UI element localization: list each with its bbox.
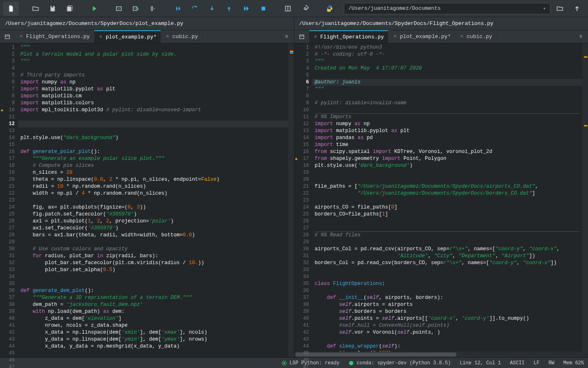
close-icon[interactable]: × <box>392 34 397 40</box>
preferences-button[interactable] <box>297 2 313 16</box>
svg-point-10 <box>349 361 354 365</box>
working-dir-text: /Users/juanitagomez/Documents <box>348 5 441 11</box>
main-toolbar: /Users/juanitagomez/Documents ▾ <box>0 0 588 17</box>
run-selection-button[interactable] <box>145 2 161 16</box>
code-editor-right[interactable]: 12345678910111213141516▲1718192021222324… <box>294 43 588 352</box>
status-cursor: Line 12, Col 1 <box>460 360 501 366</box>
save-all-button[interactable] <box>62 2 78 16</box>
file-path-text: /Users/juanitagomez/Documents/SpyderDocs… <box>5 20 183 27</box>
tab-plot-example[interactable]: ×plot_example.py* <box>94 30 161 43</box>
status-rw: RW <box>548 360 554 366</box>
maximize-pane-button[interactable] <box>280 2 296 16</box>
editor-pane-right: /Users/juanitagomez/Documents/SpyderDocs… <box>294 17 588 357</box>
svg-point-5 <box>304 7 306 9</box>
code-area[interactable]: """ Plot a terrain model and a polar plo… <box>18 43 288 357</box>
run-cell-button[interactable] <box>111 2 127 16</box>
status-lsp[interactable]: LSP Python: ready <box>281 360 339 366</box>
close-icon[interactable]: × <box>19 34 24 40</box>
line-gutter: 12345678910111213141516▲1718192021222324… <box>294 43 312 352</box>
save-button[interactable] <box>45 2 60 16</box>
tab-options-button[interactable]: ≡ <box>573 30 588 43</box>
tab-cubic[interactable]: ×cubic.py <box>161 30 202 43</box>
tab-flight-operations[interactable]: ×Flight_Operations.py <box>15 30 94 43</box>
run-button[interactable] <box>87 2 102 16</box>
tab-cubic[interactable]: ×cubic.py <box>455 30 497 43</box>
browse-dir-button[interactable] <box>552 2 568 16</box>
debug-stop-button[interactable] <box>256 2 271 16</box>
close-icon[interactable]: × <box>98 34 103 40</box>
open-file-button[interactable] <box>28 2 43 16</box>
tab-plot-example[interactable]: ×plot_example.py* <box>388 30 455 43</box>
scrollbar-horizontal[interactable] <box>294 352 588 357</box>
debug-step-out-button[interactable] <box>221 2 237 16</box>
editor-pane-left: /Users/juanitagomez/Documents/SpyderDocs… <box>0 17 294 357</box>
debug-button[interactable] <box>170 2 185 16</box>
svg-rect-0 <box>51 6 53 7</box>
debug-step-button[interactable] <box>187 2 203 16</box>
svg-rect-7 <box>299 35 304 38</box>
close-icon[interactable]: × <box>313 34 318 40</box>
parent-dir-button[interactable] <box>569 2 585 16</box>
tab-options-button[interactable]: ≡ <box>279 30 294 43</box>
svg-rect-3 <box>262 7 265 10</box>
working-dir-input[interactable]: /Users/juanitagomez/Documents ▾ <box>344 3 550 14</box>
file-path-bar: /Users/juanitagomez/Documents/SpyderDocs… <box>294 17 588 30</box>
code-area[interactable]: #!/usr/bin/env python3 # -*- coding: utf… <box>312 43 583 352</box>
file-path-text: /Users/juanitagomez/Documents/SpyderDocs… <box>299 20 494 27</box>
tab-browse-button[interactable] <box>0 30 15 43</box>
code-editor-left[interactable]: 123456789▲101112131415161718192021222324… <box>0 43 294 357</box>
run-cell-advance-button[interactable] <box>128 2 144 16</box>
svg-point-9 <box>283 362 285 364</box>
scrollbar-vertical[interactable] <box>288 43 294 357</box>
status-mem: Mem 62% <box>564 360 584 366</box>
tab-bar-left: ×Flight_Operations.py ×plot_example.py* … <box>0 30 294 43</box>
debug-continue-button[interactable] <box>238 2 254 16</box>
debug-step-in-button[interactable] <box>204 2 220 16</box>
status-bar: LSP Python: ready conda: spyder-dev (Pyt… <box>0 357 588 368</box>
tab-browse-button[interactable] <box>294 30 309 43</box>
close-icon[interactable]: × <box>459 34 464 40</box>
line-gutter: 123456789▲101112131415161718192021222324… <box>0 43 18 357</box>
status-conda[interactable]: conda: spyder-dev (Python 3.8.5) <box>348 360 450 366</box>
status-encoding[interactable]: ASCII <box>510 360 525 366</box>
tab-bar-right: ×Flight_Operations.py ×plot_example.py* … <box>294 30 588 43</box>
file-path-bar: /Users/juanitagomez/Documents/SpyderDocs… <box>0 17 294 30</box>
new-file-button[interactable] <box>3 2 19 16</box>
scrollbar-vertical[interactable] <box>582 43 588 352</box>
svg-rect-6 <box>5 35 10 38</box>
tab-flight-operations[interactable]: ×Flight_Operations.py <box>309 30 389 43</box>
editor-split: /Users/juanitagomez/Documents/SpyderDocs… <box>0 17 588 357</box>
status-eol[interactable]: LF <box>534 360 539 366</box>
python-path-button[interactable] <box>322 2 337 16</box>
close-icon[interactable]: × <box>165 34 170 40</box>
